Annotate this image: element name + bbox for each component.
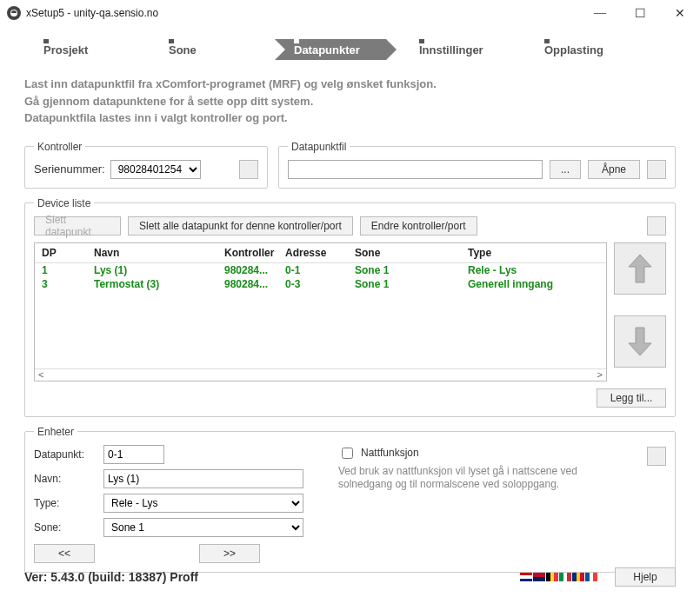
table-header: DP Navn Kontroller Adresse Sone Type — [35, 243, 606, 263]
footer: Ver: 5.43.0 (build: 18387) Proff Hjelp — [0, 567, 700, 587]
type-label: Type: — [34, 497, 95, 509]
enheter-legend: Enheter — [34, 426, 77, 438]
language-flags[interactable] — [520, 573, 597, 581]
endre-kontroller-button[interactable]: Endre kontroller/port — [360, 216, 477, 235]
nattfunksjon-label: Nattfunksjon — [361, 447, 419, 459]
breadcrumb: Prosjekt Sone Datapunkter Innstillinger … — [24, 39, 676, 60]
flag-icon[interactable] — [520, 573, 532, 581]
browse-button[interactable]: ... — [550, 160, 581, 179]
next-button[interactable]: >> — [199, 544, 260, 563]
intro-text: Last inn datapunktfil fra xComfort-progr… — [24, 76, 676, 127]
device-liste-fieldset: Device liste Slett datapunkt Slett alle … — [24, 197, 676, 417]
arrow-down-icon — [627, 326, 653, 357]
nav-prosjekt[interactable]: Prosjekt — [24, 39, 146, 60]
table-row[interactable]: 3 Termostat (3) 980284... 0-3 Sone 1 Gen… — [35, 277, 606, 291]
move-down-button[interactable] — [614, 315, 666, 368]
help-button[interactable]: Hjelp — [615, 567, 676, 587]
col-navn: Navn — [94, 247, 224, 259]
col-adresse: Adresse — [285, 247, 355, 259]
device-liste-indicator-icon — [647, 216, 666, 235]
nattfunksjon-description: Ved bruk av nattfunksjon vil lyset gå i … — [338, 465, 599, 492]
datapunkt-input[interactable] — [103, 445, 164, 464]
window-title: xSetup5 - unity-qa.sensio.no — [26, 7, 158, 19]
datapunktfil-fieldset: Datapunktfil ... Åpne — [278, 141, 676, 189]
title-bar: xSetup5 - unity-qa.sensio.no — ☐ ✕ — [0, 0, 700, 26]
version-label: Ver: 5.43.0 (build: 18387) Proff — [24, 570, 198, 584]
slett-alle-button[interactable]: Slett alle datapunkt for denne kontrolle… — [128, 216, 353, 235]
device-table: DP Navn Kontroller Adresse Sone Type 1 L… — [34, 242, 607, 381]
serienummer-label: Serienummer: — [34, 163, 105, 176]
datapunktfil-indicator-icon — [647, 160, 666, 179]
prev-button[interactable]: << — [34, 544, 95, 563]
datapunktfil-legend: Datapunktfil — [288, 141, 350, 153]
enheter-indicator-icon — [647, 447, 666, 466]
kontroller-indicator-icon — [239, 160, 258, 179]
flag-icon[interactable] — [546, 573, 558, 581]
device-liste-legend: Device liste — [34, 197, 94, 209]
flag-icon[interactable] — [585, 573, 597, 581]
nav-innstillinger[interactable]: Innstillinger — [400, 39, 522, 60]
navn-label: Navn: — [34, 473, 95, 485]
sone-select[interactable]: Sone 1 — [103, 518, 303, 537]
nattfunksjon-checkbox[interactable] — [342, 448, 353, 459]
kontroller-legend: Kontroller — [34, 141, 85, 153]
nav-datapunkter[interactable]: Datapunkter — [275, 39, 397, 60]
navn-input[interactable] — [103, 469, 303, 488]
enheter-fieldset: Enheter Datapunkt: Navn: Type: Rele - Ly… — [24, 426, 676, 573]
serienummer-select[interactable]: 98028401254 — [110, 160, 201, 179]
flag-icon[interactable] — [559, 573, 571, 581]
minimize-button[interactable]: — — [580, 0, 620, 26]
horizontal-scrollbar[interactable]: <> — [35, 368, 606, 381]
close-button[interactable]: ✕ — [660, 0, 700, 26]
maximize-button[interactable]: ☐ — [620, 0, 660, 26]
col-sone: Sone — [355, 247, 468, 259]
flag-icon[interactable] — [533, 573, 545, 581]
slett-datapunkt-button[interactable]: Slett datapunkt — [34, 216, 121, 235]
move-up-button[interactable] — [614, 242, 666, 295]
flag-icon[interactable] — [572, 573, 584, 581]
nav-sone[interactable]: Sone — [150, 39, 271, 60]
datapunkt-label: Datapunkt: — [34, 448, 95, 461]
nav-opplasting[interactable]: Opplasting — [525, 39, 647, 60]
open-button[interactable]: Åpne — [588, 160, 640, 179]
kontroller-fieldset: Kontroller Serienummer: 98028401254 — [24, 141, 268, 189]
arrow-up-icon — [627, 253, 653, 284]
sone-label: Sone: — [34, 521, 95, 534]
col-kontroller: Kontroller — [224, 247, 285, 259]
type-select[interactable]: Rele - Lys — [103, 494, 303, 513]
col-dp: DP — [42, 247, 94, 259]
table-row[interactable]: 1 Lys (1) 980284... 0-1 Sone 1 Rele - Ly… — [35, 263, 606, 277]
app-icon — [7, 6, 21, 20]
datapunktfil-path-input[interactable] — [288, 160, 543, 179]
legg-til-button[interactable]: Legg til... — [597, 388, 666, 408]
col-type: Type — [468, 247, 599, 259]
